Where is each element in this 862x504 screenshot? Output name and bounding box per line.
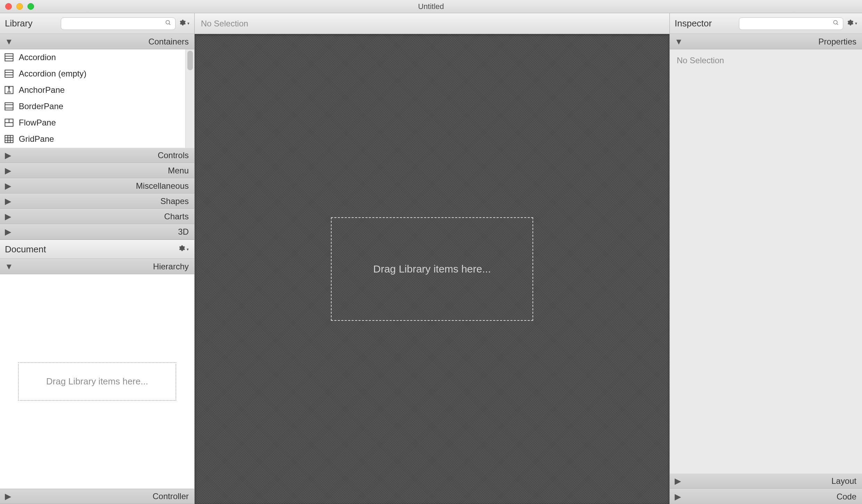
section-label: Containers: [11, 37, 189, 47]
window-title: Untitled: [0, 2, 862, 11]
library-item-label: FlowPane: [19, 118, 56, 128]
chevron-right-icon: ▶: [5, 151, 11, 160]
hierarchy-panel[interactable]: Drag Library items here...: [0, 274, 194, 489]
library-item-label: GridPane: [19, 134, 54, 144]
svg-rect-5: [5, 70, 13, 78]
library-settings-button[interactable]: ▼: [179, 19, 190, 28]
center-pane: No Selection Drag Library items here...: [195, 13, 670, 504]
chevron-down-icon: ▼: [5, 262, 11, 271]
library-section-controls[interactable]: ▶ Controls: [0, 148, 194, 163]
right-pane: Inspector ▼ ▼ Properties: [670, 13, 862, 504]
inspector-title: Inspector: [675, 18, 712, 29]
content-area: Library ▼ ▼ Containers: [0, 13, 862, 504]
svg-rect-2: [5, 54, 13, 61]
library-item-flowpane[interactable]: FlowPane: [0, 115, 194, 131]
inspector-header: Inspector ▼: [670, 13, 862, 34]
library-section-shapes[interactable]: ▶ Shapes: [0, 194, 194, 209]
chevron-right-icon: ▶: [5, 166, 11, 176]
design-canvas[interactable]: Drag Library items here...: [195, 34, 669, 504]
inspector-no-selection-text: No Selection: [677, 56, 724, 65]
anchorpane-icon: [4, 85, 14, 95]
svg-rect-12: [5, 103, 13, 110]
hierarchy-drop-zone[interactable]: Drag Library items here...: [18, 362, 176, 401]
library-item-label: BorderPane: [19, 101, 63, 111]
accordion-icon: [4, 52, 14, 62]
library-item-label: Accordion: [19, 52, 56, 62]
svg-rect-18: [5, 136, 13, 143]
gear-icon: [178, 245, 185, 254]
chevron-down-icon: ▼: [5, 37, 11, 47]
svg-point-11: [8, 87, 10, 88]
inspector-settings-button[interactable]: ▼: [847, 19, 858, 28]
section-label: Miscellaneous: [11, 181, 189, 191]
library-item-accordion-empty[interactable]: Accordion (empty): [0, 66, 194, 82]
section-label: Controls: [11, 151, 189, 160]
chevron-right-icon: ▶: [5, 227, 11, 237]
section-label: 3D: [11, 227, 189, 237]
svg-point-23: [833, 20, 837, 24]
chevron-down-icon: ▼: [675, 37, 681, 47]
library-item-accordion[interactable]: Accordion: [0, 49, 194, 66]
section-label: Layout: [681, 476, 856, 486]
inspector-properties-panel: No Selection: [670, 49, 862, 473]
chevron-right-icon: ▶: [5, 181, 11, 191]
drop-hint-text: Drag Library items here...: [373, 263, 491, 275]
inspector-search-input[interactable]: [739, 17, 843, 30]
library-item-label: AnchorPane: [19, 85, 65, 95]
scrollbar-thumb[interactable]: [187, 51, 193, 70]
flowpane-icon: [4, 118, 14, 128]
svg-line-1: [169, 23, 170, 25]
library-item-anchorpane[interactable]: AnchorPane: [0, 82, 194, 98]
section-label: Properties: [681, 37, 856, 47]
accordion-icon: [4, 69, 14, 79]
section-label: Code: [681, 492, 856, 502]
gear-icon: [179, 19, 186, 28]
library-search-input[interactable]: [61, 17, 176, 30]
gridpane-icon: [4, 134, 14, 144]
drop-hint-text: Drag Library items here...: [46, 376, 148, 387]
inspector-section-code[interactable]: ▶ Code: [670, 489, 862, 504]
search-icon: [833, 19, 839, 27]
section-label: Hierarchy: [11, 262, 189, 271]
chevron-right-icon: ▶: [675, 476, 681, 486]
library-section-miscellaneous[interactable]: ▶ Miscellaneous: [0, 178, 194, 194]
library-item-gridpane[interactable]: GridPane: [0, 131, 194, 147]
library-item-label: Accordion (empty): [19, 69, 87, 79]
search-icon: [165, 19, 171, 27]
selection-text: No Selection: [201, 19, 248, 29]
library-section-menu[interactable]: ▶ Menu: [0, 163, 194, 178]
inspector-section-properties[interactable]: ▼ Properties: [670, 34, 862, 49]
inspector-section-layout[interactable]: ▶ Layout: [670, 473, 862, 489]
gear-icon: [847, 19, 854, 28]
section-label: Controller: [11, 491, 189, 501]
svg-line-24: [837, 23, 838, 25]
library-scrollbar[interactable]: [185, 49, 194, 148]
library-header: Library ▼: [0, 13, 194, 34]
document-section-controller[interactable]: ▶ Controller: [0, 489, 194, 504]
chevron-right-icon: ▶: [5, 491, 11, 501]
left-pane: Library ▼ ▼ Containers: [0, 13, 195, 504]
chevron-right-icon: ▶: [5, 212, 11, 221]
chevron-down-icon: ▼: [186, 247, 189, 251]
chevron-down-icon: ▼: [854, 22, 858, 25]
document-header: Document ▼: [0, 239, 194, 259]
containers-list: Accordion Accordion (empty) AnchorPane: [0, 49, 194, 148]
section-label: Charts: [11, 212, 189, 221]
library-title: Library: [5, 18, 32, 29]
chevron-right-icon: ▶: [5, 196, 11, 206]
library-item-borderpane[interactable]: BorderPane: [0, 98, 194, 115]
library-section-3d[interactable]: ▶ 3D: [0, 224, 194, 239]
library-section-containers[interactable]: ▼ Containers: [0, 34, 194, 49]
borderpane-icon: [4, 101, 14, 111]
canvas-drop-zone[interactable]: Drag Library items here...: [331, 217, 533, 321]
document-section-hierarchy[interactable]: ▼ Hierarchy: [0, 259, 194, 274]
document-settings-button[interactable]: ▼: [178, 245, 189, 254]
app-window: Untitled Library ▼: [0, 0, 862, 504]
library-section-charts[interactable]: ▶ Charts: [0, 209, 194, 224]
section-label: Menu: [11, 166, 189, 176]
title-bar: Untitled: [0, 0, 862, 13]
selection-path-bar: No Selection: [195, 13, 669, 34]
svg-point-0: [166, 20, 170, 24]
chevron-right-icon: ▶: [675, 492, 681, 502]
section-label: Shapes: [11, 196, 189, 206]
